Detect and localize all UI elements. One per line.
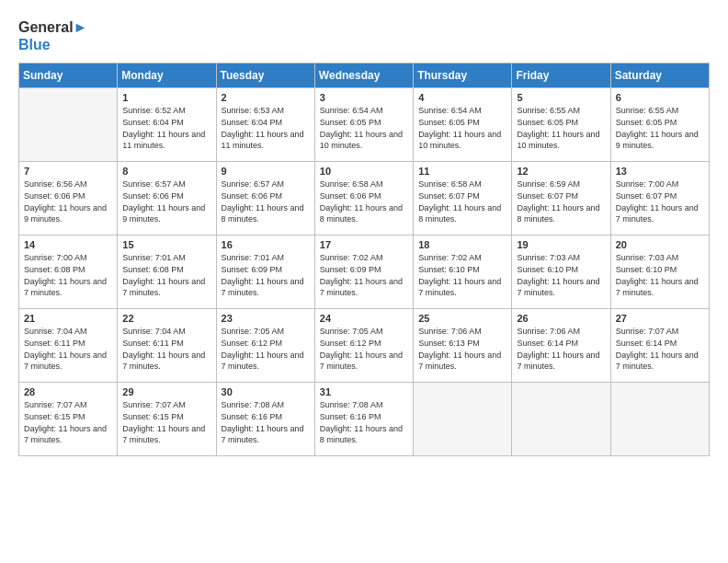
day-info: Sunrise: 6:55 AMSunset: 6:05 PMDaylight:… — [517, 105, 605, 151]
day-info: Sunrise: 7:00 AMSunset: 6:07 PMDaylight:… — [616, 178, 704, 224]
calendar-week-1: 1Sunrise: 6:52 AMSunset: 6:04 PMDaylight… — [19, 88, 710, 162]
calendar-cell: 14Sunrise: 7:00 AMSunset: 6:08 PMDayligh… — [19, 236, 118, 309]
day-info: Sunrise: 6:58 AMSunset: 6:07 PMDaylight:… — [418, 178, 506, 224]
calendar-cell: 30Sunrise: 7:08 AMSunset: 6:16 PMDayligh… — [216, 383, 314, 456]
day-number: 4 — [418, 92, 506, 103]
column-header-sunday: Sunday — [19, 63, 118, 88]
column-header-tuesday: Tuesday — [216, 63, 314, 88]
day-number: 9 — [222, 166, 310, 177]
calendar-cell: 8Sunrise: 6:57 AMSunset: 6:06 PMDaylight… — [118, 162, 216, 236]
day-info: Sunrise: 7:05 AMSunset: 6:12 PMDaylight:… — [222, 326, 310, 372]
day-number: 22 — [122, 313, 210, 324]
day-info: Sunrise: 7:07 AMSunset: 6:15 PMDaylight:… — [24, 399, 112, 445]
day-info: Sunrise: 6:56 AMSunset: 6:06 PMDaylight:… — [24, 178, 112, 224]
day-info: Sunrise: 7:02 AMSunset: 6:09 PMDaylight:… — [320, 252, 408, 298]
calendar-cell: 5Sunrise: 6:55 AMSunset: 6:05 PMDaylight… — [512, 88, 610, 162]
day-info: Sunrise: 7:03 AMSunset: 6:10 PMDaylight:… — [616, 252, 704, 298]
day-info: Sunrise: 6:53 AMSunset: 6:04 PMDaylight:… — [222, 105, 310, 151]
day-info: Sunrise: 7:05 AMSunset: 6:12 PMDaylight:… — [320, 326, 408, 372]
calendar-week-4: 21Sunrise: 7:04 AMSunset: 6:11 PMDayligh… — [19, 309, 710, 383]
day-info: Sunrise: 7:07 AMSunset: 6:14 PMDaylight:… — [616, 326, 704, 372]
column-header-wednesday: Wednesday — [314, 63, 413, 88]
logo-general-text: General► — [18, 18, 87, 36]
calendar-cell: 23Sunrise: 7:05 AMSunset: 6:12 PMDayligh… — [216, 309, 314, 383]
calendar-cell: 4Sunrise: 6:54 AMSunset: 6:05 PMDaylight… — [414, 88, 512, 162]
day-number: 1 — [122, 92, 210, 103]
day-info: Sunrise: 7:08 AMSunset: 6:16 PMDaylight:… — [320, 399, 408, 445]
calendar-cell: 27Sunrise: 7:07 AMSunset: 6:14 PMDayligh… — [610, 309, 709, 383]
day-info: Sunrise: 6:59 AMSunset: 6:07 PMDaylight:… — [517, 178, 605, 224]
page-header: General► Blue — [18, 18, 710, 53]
day-number: 29 — [122, 386, 210, 397]
day-info: Sunrise: 7:04 AMSunset: 6:11 PMDaylight:… — [122, 326, 210, 372]
calendar-week-5: 28Sunrise: 7:07 AMSunset: 6:15 PMDayligh… — [19, 383, 710, 456]
calendar-cell: 26Sunrise: 7:06 AMSunset: 6:14 PMDayligh… — [512, 309, 610, 383]
day-number: 17 — [320, 239, 408, 250]
day-info: Sunrise: 6:55 AMSunset: 6:05 PMDaylight:… — [616, 105, 704, 151]
day-info: Sunrise: 7:08 AMSunset: 6:16 PMDaylight:… — [222, 399, 310, 445]
column-header-thursday: Thursday — [414, 63, 512, 88]
day-number: 27 — [616, 313, 704, 324]
day-info: Sunrise: 7:02 AMSunset: 6:10 PMDaylight:… — [418, 252, 506, 298]
day-number: 5 — [517, 92, 605, 103]
day-info: Sunrise: 6:54 AMSunset: 6:05 PMDaylight:… — [320, 105, 408, 151]
calendar-cell: 20Sunrise: 7:03 AMSunset: 6:10 PMDayligh… — [610, 236, 709, 309]
calendar-cell: 3Sunrise: 6:54 AMSunset: 6:05 PMDaylight… — [314, 88, 413, 162]
day-info: Sunrise: 6:58 AMSunset: 6:06 PMDaylight:… — [320, 178, 408, 224]
calendar-cell: 18Sunrise: 7:02 AMSunset: 6:10 PMDayligh… — [414, 236, 512, 309]
calendar-cell: 25Sunrise: 7:06 AMSunset: 6:13 PMDayligh… — [414, 309, 512, 383]
calendar-cell: 16Sunrise: 7:01 AMSunset: 6:09 PMDayligh… — [216, 236, 314, 309]
calendar-cell: 17Sunrise: 7:02 AMSunset: 6:09 PMDayligh… — [314, 236, 413, 309]
day-number: 10 — [320, 166, 408, 177]
calendar-cell — [512, 383, 610, 456]
day-number: 16 — [222, 239, 310, 250]
calendar-cell — [19, 88, 118, 162]
calendar-cell: 9Sunrise: 6:57 AMSunset: 6:06 PMDaylight… — [216, 162, 314, 236]
day-number: 20 — [616, 239, 704, 250]
day-number: 12 — [517, 166, 605, 177]
day-number: 24 — [320, 313, 408, 324]
day-info: Sunrise: 6:52 AMSunset: 6:04 PMDaylight:… — [122, 105, 210, 151]
day-number: 28 — [24, 386, 112, 397]
logo-blue-text: Blue — [18, 36, 87, 53]
calendar-cell — [610, 383, 709, 456]
day-number: 25 — [418, 313, 506, 324]
day-number: 7 — [24, 166, 112, 177]
day-number: 31 — [320, 386, 408, 397]
logo: General► Blue — [18, 18, 87, 53]
day-number: 14 — [24, 239, 112, 250]
day-number: 23 — [222, 313, 310, 324]
calendar-cell: 12Sunrise: 6:59 AMSunset: 6:07 PMDayligh… — [512, 162, 610, 236]
calendar-cell: 15Sunrise: 7:01 AMSunset: 6:08 PMDayligh… — [118, 236, 216, 309]
calendar-cell: 24Sunrise: 7:05 AMSunset: 6:12 PMDayligh… — [314, 309, 413, 383]
day-number: 30 — [222, 386, 310, 397]
day-info: Sunrise: 7:01 AMSunset: 6:08 PMDaylight:… — [122, 252, 210, 298]
column-header-monday: Monday — [118, 63, 216, 88]
calendar-week-2: 7Sunrise: 6:56 AMSunset: 6:06 PMDaylight… — [19, 162, 710, 236]
calendar-cell: 2Sunrise: 6:53 AMSunset: 6:04 PMDaylight… — [216, 88, 314, 162]
calendar-cell: 6Sunrise: 6:55 AMSunset: 6:05 PMDaylight… — [610, 88, 709, 162]
day-number: 15 — [122, 239, 210, 250]
calendar-cell: 31Sunrise: 7:08 AMSunset: 6:16 PMDayligh… — [314, 383, 413, 456]
day-info: Sunrise: 6:57 AMSunset: 6:06 PMDaylight:… — [222, 178, 310, 224]
day-info: Sunrise: 7:06 AMSunset: 6:14 PMDaylight:… — [517, 326, 605, 372]
calendar-cell: 7Sunrise: 6:56 AMSunset: 6:06 PMDaylight… — [19, 162, 118, 236]
day-number: 11 — [418, 166, 506, 177]
day-info: Sunrise: 7:03 AMSunset: 6:10 PMDaylight:… — [517, 252, 605, 298]
day-info: Sunrise: 7:04 AMSunset: 6:11 PMDaylight:… — [24, 326, 112, 372]
day-info: Sunrise: 7:07 AMSunset: 6:15 PMDaylight:… — [122, 399, 210, 445]
day-number: 26 — [517, 313, 605, 324]
day-info: Sunrise: 6:57 AMSunset: 6:06 PMDaylight:… — [122, 178, 210, 224]
calendar-cell: 22Sunrise: 7:04 AMSunset: 6:11 PMDayligh… — [118, 309, 216, 383]
day-info: Sunrise: 6:54 AMSunset: 6:05 PMDaylight:… — [418, 105, 506, 151]
calendar-cell: 21Sunrise: 7:04 AMSunset: 6:11 PMDayligh… — [19, 309, 118, 383]
day-number: 19 — [517, 239, 605, 250]
day-number: 18 — [418, 239, 506, 250]
day-info: Sunrise: 7:00 AMSunset: 6:08 PMDaylight:… — [24, 252, 112, 298]
column-header-saturday: Saturday — [610, 63, 709, 88]
calendar-cell: 1Sunrise: 6:52 AMSunset: 6:04 PMDaylight… — [118, 88, 216, 162]
calendar-cell: 28Sunrise: 7:07 AMSunset: 6:15 PMDayligh… — [19, 383, 118, 456]
calendar-cell: 11Sunrise: 6:58 AMSunset: 6:07 PMDayligh… — [414, 162, 512, 236]
day-info: Sunrise: 7:01 AMSunset: 6:09 PMDaylight:… — [222, 252, 310, 298]
day-number: 3 — [320, 92, 408, 103]
